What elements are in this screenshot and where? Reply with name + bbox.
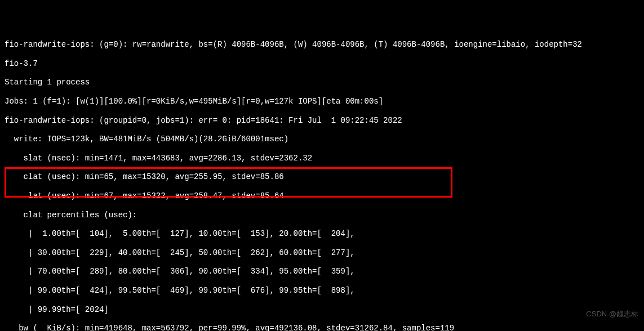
terminal-line: bw ( KiB/s): min=419648, max=563792, per… <box>5 324 639 331</box>
terminal-line: fio-3.7 <box>5 59 639 69</box>
terminal-line: lat (usec): min=67, max=15322, avg=258.4… <box>5 191 639 201</box>
terminal-line: fio-randwrite-iops: (groupid=0, jobs=1):… <box>5 116 639 126</box>
watermark: CSDN @魏志标 <box>586 310 638 319</box>
terminal-line: clat (usec): min=65, max=15320, avg=255.… <box>5 172 639 182</box>
terminal-line: fio-randwrite-iops: (g=0): rw=randwrite,… <box>5 40 639 50</box>
terminal-line: | 70.00th=[ 289], 80.00th=[ 306], 90.00t… <box>5 267 639 276</box>
terminal-line: | 99.00th=[ 424], 99.50th=[ 469], 99.90t… <box>5 286 639 296</box>
terminal-line: write: IOPS=123k, BW=481MiB/s (504MB/s)(… <box>5 135 639 144</box>
terminal-line: | 99.99th=[ 2024] <box>5 305 639 315</box>
terminal-line: slat (nsec): min=1471, max=443683, avg=2… <box>5 154 639 163</box>
terminal-line: | 1.00th=[ 104], 5.00th=[ 127], 10.00th=… <box>5 229 639 239</box>
terminal-line: | 30.00th=[ 229], 40.00th=[ 245], 50.00t… <box>5 248 639 258</box>
terminal-line: clat percentiles (usec): <box>5 211 639 220</box>
terminal-line: Starting 1 process <box>5 78 639 87</box>
terminal-line: Jobs: 1 (f=1): [w(1)][100.0%][r=0KiB/s,w… <box>5 97 639 106</box>
